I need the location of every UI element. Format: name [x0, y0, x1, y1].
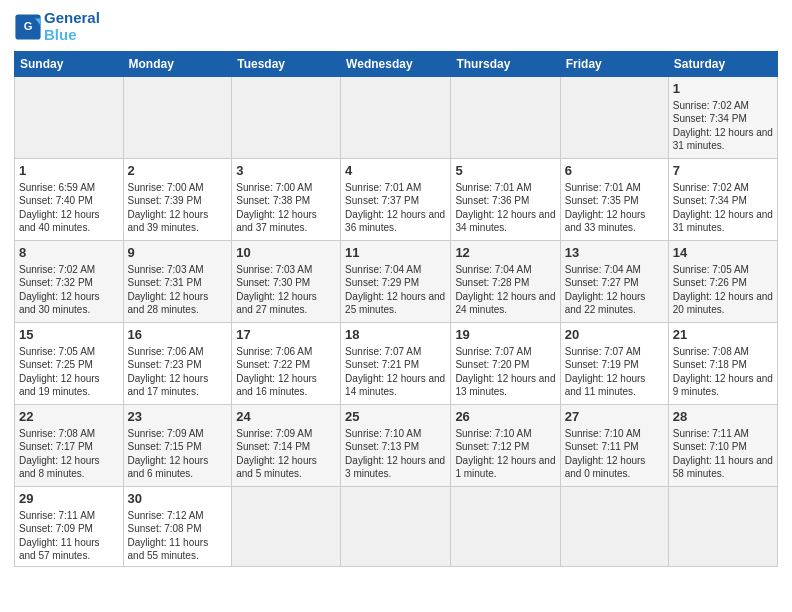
calendar-cell: 9Sunrise: 7:03 AMSunset: 7:31 PMDaylight… — [123, 241, 232, 323]
calendar-cell: 6Sunrise: 7:01 AMSunset: 7:35 PMDaylight… — [560, 159, 668, 241]
day-number: 29 — [19, 490, 119, 508]
daylight-text: Daylight: 12 hours and 11 minutes. — [565, 372, 664, 399]
daylight-text: Daylight: 12 hours and 8 minutes. — [19, 454, 119, 481]
sunrise-text: Sunrise: 7:05 AM — [673, 263, 773, 277]
calendar-cell: 12Sunrise: 7:04 AMSunset: 7:28 PMDayligh… — [451, 241, 560, 323]
sunset-text: Sunset: 7:36 PM — [455, 194, 555, 208]
sunrise-text: Sunrise: 6:59 AM — [19, 181, 119, 195]
sunrise-text: Sunrise: 7:07 AM — [565, 345, 664, 359]
header: G General Blue — [14, 10, 778, 43]
logo: G General Blue — [14, 10, 100, 43]
calendar-cell: 18Sunrise: 7:07 AMSunset: 7:21 PMDayligh… — [341, 323, 451, 405]
sunrise-text: Sunrise: 7:06 AM — [236, 345, 336, 359]
sunset-text: Sunset: 7:39 PM — [128, 194, 228, 208]
svg-text:G: G — [24, 19, 33, 31]
daylight-text: Daylight: 12 hours and 16 minutes. — [236, 372, 336, 399]
daylight-text: Daylight: 12 hours and 36 minutes. — [345, 208, 446, 235]
daylight-text: Daylight: 12 hours and 25 minutes. — [345, 290, 446, 317]
day-number: 5 — [455, 162, 555, 180]
daylight-text: Daylight: 12 hours and 27 minutes. — [236, 290, 336, 317]
calendar-cell — [232, 487, 341, 567]
daylight-text: Daylight: 11 hours and 55 minutes. — [128, 536, 228, 563]
calendar-cell: 2Sunrise: 7:00 AMSunset: 7:39 PMDaylight… — [123, 159, 232, 241]
day-number: 30 — [128, 490, 228, 508]
calendar-cell: 19Sunrise: 7:07 AMSunset: 7:20 PMDayligh… — [451, 323, 560, 405]
sunrise-text: Sunrise: 7:08 AM — [19, 427, 119, 441]
calendar-cell: 11Sunrise: 7:04 AMSunset: 7:29 PMDayligh… — [341, 241, 451, 323]
calendar-cell: 26Sunrise: 7:10 AMSunset: 7:12 PMDayligh… — [451, 405, 560, 487]
daylight-text: Daylight: 12 hours and 0 minutes. — [565, 454, 664, 481]
calendar-cell: 24Sunrise: 7:09 AMSunset: 7:14 PMDayligh… — [232, 405, 341, 487]
calendar-cell: 20Sunrise: 7:07 AMSunset: 7:19 PMDayligh… — [560, 323, 668, 405]
calendar-week-row: 22Sunrise: 7:08 AMSunset: 7:17 PMDayligh… — [15, 405, 778, 487]
calendar-week-row: 1Sunrise: 7:02 AMSunset: 7:34 PMDaylight… — [15, 77, 778, 159]
daylight-text: Daylight: 12 hours and 17 minutes. — [128, 372, 228, 399]
header-row: SundayMondayTuesdayWednesdayThursdayFrid… — [15, 52, 778, 77]
sunset-text: Sunset: 7:10 PM — [673, 440, 773, 454]
daylight-text: Daylight: 12 hours and 34 minutes. — [455, 208, 555, 235]
calendar-cell: 22Sunrise: 7:08 AMSunset: 7:17 PMDayligh… — [15, 405, 124, 487]
calendar-cell: 10Sunrise: 7:03 AMSunset: 7:30 PMDayligh… — [232, 241, 341, 323]
daylight-text: Daylight: 12 hours and 31 minutes. — [673, 208, 773, 235]
weekday-header: Friday — [560, 52, 668, 77]
calendar-cell: 17Sunrise: 7:06 AMSunset: 7:22 PMDayligh… — [232, 323, 341, 405]
daylight-text: Daylight: 11 hours and 58 minutes. — [673, 454, 773, 481]
day-number: 14 — [673, 244, 773, 262]
sunrise-text: Sunrise: 7:07 AM — [345, 345, 446, 359]
daylight-text: Daylight: 12 hours and 13 minutes. — [455, 372, 555, 399]
sunset-text: Sunset: 7:32 PM — [19, 276, 119, 290]
day-number: 17 — [236, 326, 336, 344]
day-number: 20 — [565, 326, 664, 344]
sunset-text: Sunset: 7:38 PM — [236, 194, 336, 208]
calendar-cell: 7Sunrise: 7:02 AMSunset: 7:34 PMDaylight… — [668, 159, 777, 241]
sunrise-text: Sunrise: 7:11 AM — [673, 427, 773, 441]
daylight-text: Daylight: 12 hours and 20 minutes. — [673, 290, 773, 317]
sunrise-text: Sunrise: 7:03 AM — [236, 263, 336, 277]
calendar-cell — [341, 487, 451, 567]
day-number: 23 — [128, 408, 228, 426]
sunrise-text: Sunrise: 7:01 AM — [345, 181, 446, 195]
sunset-text: Sunset: 7:14 PM — [236, 440, 336, 454]
calendar-cell: 15Sunrise: 7:05 AMSunset: 7:25 PMDayligh… — [15, 323, 124, 405]
day-number: 24 — [236, 408, 336, 426]
sunset-text: Sunset: 7:18 PM — [673, 358, 773, 372]
sunset-text: Sunset: 7:17 PM — [19, 440, 119, 454]
sunset-text: Sunset: 7:25 PM — [19, 358, 119, 372]
sunset-text: Sunset: 7:19 PM — [565, 358, 664, 372]
sunrise-text: Sunrise: 7:10 AM — [565, 427, 664, 441]
calendar-week-row: 1Sunrise: 6:59 AMSunset: 7:40 PMDaylight… — [15, 159, 778, 241]
daylight-text: Daylight: 12 hours and 14 minutes. — [345, 372, 446, 399]
calendar-cell — [451, 487, 560, 567]
sunset-text: Sunset: 7:15 PM — [128, 440, 228, 454]
day-number: 19 — [455, 326, 555, 344]
logo-icon: G — [14, 13, 42, 41]
daylight-text: Daylight: 12 hours and 1 minute. — [455, 454, 555, 481]
logo-line1: General — [44, 10, 100, 27]
sunrise-text: Sunrise: 7:01 AM — [455, 181, 555, 195]
sunrise-text: Sunrise: 7:02 AM — [19, 263, 119, 277]
sunset-text: Sunset: 7:21 PM — [345, 358, 446, 372]
weekday-header: Sunday — [15, 52, 124, 77]
daylight-text: Daylight: 12 hours and 33 minutes. — [565, 208, 664, 235]
sunset-text: Sunset: 7:11 PM — [565, 440, 664, 454]
day-number: 1 — [673, 80, 773, 98]
day-number: 26 — [455, 408, 555, 426]
calendar-cell: 1Sunrise: 6:59 AMSunset: 7:40 PMDaylight… — [15, 159, 124, 241]
logo-line2: Blue — [44, 27, 100, 44]
sunset-text: Sunset: 7:26 PM — [673, 276, 773, 290]
day-number: 27 — [565, 408, 664, 426]
sunset-text: Sunset: 7:23 PM — [128, 358, 228, 372]
calendar-cell: 25Sunrise: 7:10 AMSunset: 7:13 PMDayligh… — [341, 405, 451, 487]
sunrise-text: Sunrise: 7:02 AM — [673, 99, 773, 113]
sunset-text: Sunset: 7:34 PM — [673, 194, 773, 208]
calendar-page: G General Blue SundayMondayTuesdayWednes… — [0, 0, 792, 612]
sunset-text: Sunset: 7:29 PM — [345, 276, 446, 290]
calendar-cell — [560, 77, 668, 159]
day-number: 2 — [128, 162, 228, 180]
sunset-text: Sunset: 7:28 PM — [455, 276, 555, 290]
day-number: 18 — [345, 326, 446, 344]
calendar-table: SundayMondayTuesdayWednesdayThursdayFrid… — [14, 51, 778, 567]
sunset-text: Sunset: 7:22 PM — [236, 358, 336, 372]
sunrise-text: Sunrise: 7:10 AM — [455, 427, 555, 441]
sunrise-text: Sunrise: 7:04 AM — [455, 263, 555, 277]
